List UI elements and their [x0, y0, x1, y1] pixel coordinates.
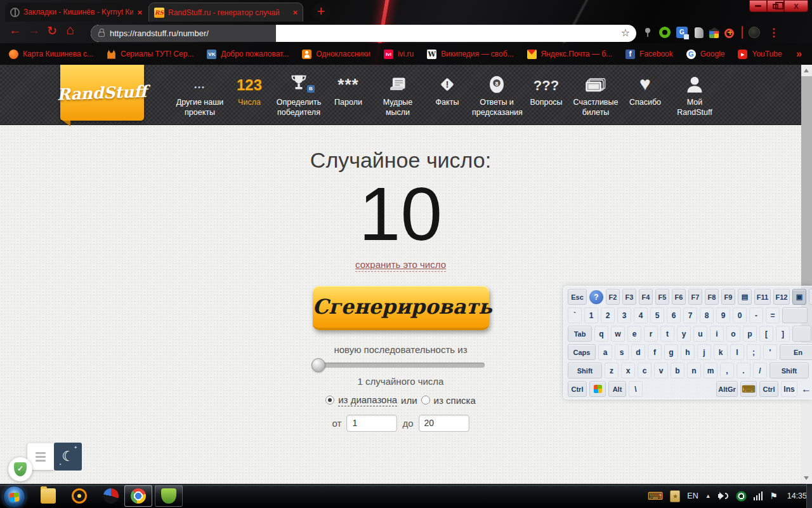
osk-key[interactable] — [782, 307, 808, 323]
show-desktop-button[interactable] — [806, 484, 812, 508]
chrome-icon[interactable] — [131, 488, 146, 504]
bookmark-google[interactable]: G Google — [686, 50, 725, 59]
osk-key[interactable]: Ctrl — [759, 381, 778, 397]
osk-key[interactable]: s — [615, 344, 629, 360]
osk-key[interactable]: / — [753, 363, 767, 378]
tab-close-icon[interactable]: × — [292, 8, 298, 17]
scroll-down-arrow[interactable] — [804, 476, 809, 480]
osk-key[interactable]: Scro — [809, 289, 812, 305]
speaker-icon[interactable] — [718, 491, 729, 501]
bookmark-ivi[interactable]: ivi ivi.ru — [384, 50, 414, 59]
home-icon[interactable]: ⌂ — [66, 22, 74, 37]
bookmark-map[interactable]: Карта Кишинева с... — [9, 50, 93, 59]
nav-pick-winner[interactable]: B Определить победителя — [274, 71, 324, 117]
osk-key[interactable] — [792, 326, 811, 342]
close-button[interactable]: X — [784, 0, 808, 12]
osk-key[interactable]: , — [720, 363, 734, 378]
osk-key[interactable]: Shift — [769, 363, 809, 378]
clipboard-star-icon[interactable]: ★ — [670, 490, 680, 502]
osk-key[interactable]: F6 — [672, 289, 686, 305]
osk-key[interactable]: m — [704, 363, 717, 378]
osk-key[interactable]: u — [693, 326, 707, 342]
osk-key[interactable]: k — [714, 344, 728, 360]
tab-bookmarks[interactable]: Закладки - Кишинёв - Kyrnyt Ки × — [5, 3, 147, 22]
osk-key[interactable]: \ — [629, 381, 643, 397]
osk-key[interactable]: 0 — [733, 307, 747, 323]
range-radio[interactable] — [325, 396, 334, 404]
action-center-flag-icon[interactable]: ⚑ — [769, 491, 778, 501]
nav-questions[interactable]: ??? Вопросы — [521, 71, 571, 117]
osk-key[interactable]: = — [766, 307, 780, 323]
osk-key[interactable]: Esc — [568, 289, 587, 305]
nav-other-projects[interactable]: ••• Другие наши проекты — [175, 71, 225, 117]
url-text[interactable]: https://randstuff.ru/number/ — [110, 29, 209, 38]
osk-key[interactable]: 4 — [634, 307, 648, 323]
osk-key[interactable]: ? — [589, 290, 603, 304]
osk-key[interactable]: g — [664, 344, 678, 360]
slider-handle[interactable] — [311, 358, 325, 372]
orange-plus-icon[interactable]: + — [724, 27, 736, 38]
osk-key[interactable]: F3 — [622, 289, 636, 305]
generate-button[interactable]: Сгенерировать — [313, 286, 489, 330]
clock[interactable]: 14:35 — [787, 491, 807, 500]
translate-icon[interactable]: G — [676, 27, 688, 38]
nav-lucky-tickets[interactable]: Счастливые билеты — [571, 71, 620, 117]
osk-key[interactable]: ⌨ — [740, 381, 757, 397]
osk-key[interactable]: ▣ — [792, 289, 806, 305]
green-ring-icon[interactable] — [659, 27, 671, 38]
osk-key[interactable]: En — [780, 344, 812, 360]
keyboard-icon[interactable]: ⌨ — [648, 490, 664, 503]
nav-passwords[interactable]: *** Пароли — [324, 71, 373, 117]
page-icon[interactable] — [695, 27, 704, 38]
osk-key[interactable]: t — [660, 326, 674, 342]
browser-dark-icon[interactable] — [103, 488, 119, 504]
bookmark-yandex-mail[interactable]: Яндекс.Почта — б... — [527, 50, 613, 59]
dark-circle-icon[interactable] — [749, 27, 760, 38]
nav-numbers[interactable]: 123 Числа — [225, 71, 274, 117]
osk-key[interactable] — [589, 381, 606, 397]
address-bar[interactable]: https://randstuff.ru/number/ ☆ — [91, 25, 636, 42]
save-number-link[interactable]: сохранить это число — [355, 259, 446, 272]
osk-key[interactable]: y — [677, 326, 691, 342]
osk-key[interactable]: ] — [776, 326, 790, 342]
pin-icon[interactable] — [642, 27, 653, 38]
list-radio-label[interactable]: из списка — [434, 395, 476, 406]
osk-key[interactable]: q — [594, 326, 608, 342]
osk-key[interactable]: F8 — [705, 289, 719, 305]
bookmark-facebook[interactable]: f Facebook — [625, 50, 673, 59]
page-scrollbar[interactable] — [801, 65, 812, 484]
on-screen-keyboard[interactable]: Esc?F2F3F4F5F6F7F8F9▤F11F12▣Scro `123456… — [563, 286, 812, 399]
range-radio-label[interactable]: из диапазона — [338, 394, 397, 406]
osk-key[interactable]: w — [611, 326, 625, 342]
osk-key[interactable]: d — [631, 344, 645, 360]
osk-key[interactable]: e — [627, 326, 641, 342]
osk-key[interactable]: 6 — [667, 307, 681, 323]
count-slider[interactable] — [317, 358, 485, 372]
bookmarks-overflow-chevron[interactable]: » — [796, 48, 802, 60]
osk-key[interactable]: x — [621, 363, 635, 378]
osk-key[interactable]: F5 — [655, 289, 669, 305]
osk-key[interactable]: 8 — [700, 307, 714, 323]
osk-key[interactable]: n — [687, 363, 701, 378]
antivirus-orange-icon[interactable] — [72, 488, 87, 504]
osk-key[interactable]: F12 — [773, 289, 790, 305]
from-input[interactable] — [346, 415, 397, 432]
osk-key[interactable]: o — [726, 326, 740, 342]
tab-close-icon[interactable]: × — [137, 8, 142, 17]
nav-answers[interactable]: 8 Ответы и предсказания — [472, 71, 521, 117]
osk-key[interactable]: ; — [747, 344, 761, 360]
new-tab-button[interactable]: + — [312, 3, 330, 21]
bookmark-serials[interactable]: Сериалы ТУТ! Сер... — [107, 50, 193, 59]
osk-key[interactable]: Ins — [781, 381, 797, 397]
osk-key[interactable]: 9 — [716, 307, 730, 323]
osk-key[interactable]: - — [749, 307, 763, 323]
osk-key[interactable]: z — [605, 363, 619, 378]
osk-key[interactable] — [645, 381, 714, 397]
to-input[interactable] — [419, 415, 469, 432]
osk-key[interactable]: Shift — [568, 363, 602, 378]
tab-randstuff-active[interactable]: RS RandStuff.ru - генератор случай × — [148, 3, 303, 22]
bookmark-vk[interactable]: VK Добро пожаловат... — [207, 50, 289, 59]
osk-key[interactable]: ` — [568, 307, 582, 323]
bookmark-ok[interactable]: Одноклассники — [302, 50, 370, 59]
adguard-button[interactable]: ✓ — [8, 457, 32, 481]
